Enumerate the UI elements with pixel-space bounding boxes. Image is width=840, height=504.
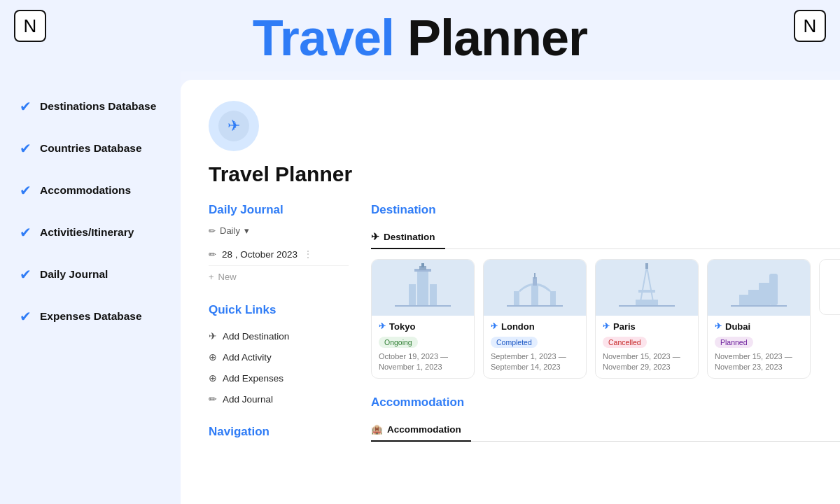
svg-rect-21 bbox=[759, 283, 770, 305]
content-area: ✈ Travel Planner Daily Journal ✏ Daily ▾… bbox=[181, 80, 840, 504]
quick-link-add-activity[interactable]: ⊕ Add Activity bbox=[209, 346, 349, 368]
sidebar-label-journal: Daily Journal bbox=[40, 268, 108, 281]
tokyo-card-name: ✈ Tokyo bbox=[379, 321, 467, 332]
plus-icon: + bbox=[209, 272, 214, 282]
london-card-body: ✈ London Completed September 1, 2023 — S… bbox=[484, 316, 586, 379]
page-main-title: Travel Planner bbox=[0, 13, 840, 63]
check-icon-expenses: ✔ bbox=[20, 308, 31, 325]
destination-cards: ✈ Tokyo Ongoing October 19, 2023 — Novem… bbox=[371, 259, 840, 379]
accommodation-tab-icon: 🏨 bbox=[371, 424, 383, 435]
paris-badge: Cancelled bbox=[603, 337, 647, 348]
svg-rect-22 bbox=[748, 290, 760, 305]
left-column: Daily Journal ✏ Daily ▾ ✏ 28 , October 2… bbox=[209, 203, 349, 451]
add-activity-label: Add Activity bbox=[223, 352, 272, 363]
add-expenses-label: Add Expenses bbox=[223, 373, 284, 384]
journal-link-icon: ✏ bbox=[209, 393, 217, 405]
london-dates: September 1, 2023 — September 14, 2023 bbox=[491, 351, 579, 373]
svg-rect-8 bbox=[395, 305, 451, 307]
destination-section-header: Destination bbox=[371, 203, 840, 217]
entry-edit-icon: ✏ bbox=[209, 249, 216, 260]
sidebar-item-activities[interactable]: ✔ Activities/Itinerary bbox=[14, 211, 181, 253]
new-journal-entry[interactable]: + New bbox=[209, 266, 349, 288]
quick-link-add-expenses[interactable]: ⊕ Add Expenses bbox=[209, 368, 349, 388]
destination-tab-bar: ✈ Destination bbox=[371, 225, 840, 249]
destination-card-tokyo[interactable]: ✈ Tokyo Ongoing October 19, 2023 — Novem… bbox=[371, 259, 475, 379]
journal-entry-date: 28 , October 2023 bbox=[222, 249, 298, 260]
page-icon: ✈ bbox=[209, 101, 259, 151]
paris-card-name: ✈ Paris bbox=[603, 321, 691, 332]
right-column: Destination ✈ Destination bbox=[371, 203, 840, 451]
destination-card-london[interactable]: ✈ London Completed September 1, 2023 — S… bbox=[483, 259, 587, 379]
tokyo-plane-icon: ✈ bbox=[379, 321, 386, 331]
filter-icon: ✏ bbox=[209, 226, 216, 236]
filter-label: Daily bbox=[220, 225, 240, 236]
quick-link-add-destination[interactable]: ✈ Add Destination bbox=[209, 326, 349, 346]
accommodation-section: Accommodation 🏨 Accommodation bbox=[371, 396, 840, 442]
london-card-image bbox=[484, 260, 586, 316]
destination-card-paris[interactable]: ✈ Paris Cancelled November 15, 2023 — No… bbox=[595, 259, 699, 379]
notion-logo-left: N bbox=[14, 10, 46, 42]
journal-filter[interactable]: ✏ Daily ▾ bbox=[209, 225, 349, 236]
svg-rect-11 bbox=[531, 284, 538, 305]
activity-link-icon: ⊕ bbox=[209, 351, 217, 363]
tokyo-dates: October 19, 2023 — November 1, 2023 bbox=[379, 351, 467, 373]
destination-section: Destination ✈ Destination bbox=[371, 203, 840, 379]
check-icon-journal: ✔ bbox=[20, 266, 31, 283]
dubai-card-body: ✈ Dubai Planned November 15, 2023 — Nove… bbox=[708, 316, 810, 379]
svg-rect-2 bbox=[417, 270, 428, 305]
check-icon-accommodations: ✔ bbox=[20, 182, 31, 199]
notion-n-left: N bbox=[24, 15, 37, 37]
title-blue: Travel bbox=[253, 10, 394, 66]
destination-link-icon: ✈ bbox=[209, 330, 217, 342]
destination-tab[interactable]: ✈ Destination bbox=[371, 225, 445, 249]
new-destination-card[interactable]: + + New bbox=[819, 259, 840, 315]
title-black-text: Planner bbox=[407, 10, 587, 66]
svg-rect-20 bbox=[769, 274, 778, 305]
tokyo-badge: Ongoing bbox=[379, 337, 418, 348]
sidebar-label-countries: Countries Database bbox=[40, 142, 142, 155]
add-destination-label: Add Destination bbox=[223, 331, 289, 342]
accommodation-tab[interactable]: 🏨 Accommodation bbox=[371, 418, 471, 442]
tokyo-card-body: ✈ Tokyo Ongoing October 19, 2023 — Novem… bbox=[372, 316, 474, 379]
quick-link-add-journal[interactable]: ✏ Add Journal bbox=[209, 388, 349, 410]
london-name-text: London bbox=[501, 321, 535, 332]
dubai-card-image bbox=[708, 260, 810, 316]
svg-rect-9 bbox=[514, 291, 519, 305]
page-title: Travel Planner bbox=[209, 162, 819, 186]
svg-rect-10 bbox=[550, 291, 556, 305]
svg-rect-4 bbox=[430, 284, 437, 305]
check-icon-activities: ✔ bbox=[20, 224, 31, 241]
journal-entry-item[interactable]: ✏ 28 , October 2023 ⋮ bbox=[209, 243, 349, 266]
main-layout: ✔ Destinations Database ✔ Countries Data… bbox=[0, 71, 840, 504]
svg-rect-24 bbox=[731, 305, 787, 307]
sidebar-label-expenses: Expenses Database bbox=[40, 310, 142, 323]
navigation-section: Navigation bbox=[209, 425, 349, 439]
paris-name-text: Paris bbox=[613, 321, 636, 332]
sidebar-item-destinations-database[interactable]: ✔ Destinations Database bbox=[14, 85, 181, 127]
new-label: New bbox=[218, 272, 237, 282]
svg-rect-7 bbox=[421, 263, 424, 267]
sidebar-item-expenses-database[interactable]: ✔ Expenses Database bbox=[14, 295, 181, 337]
svg-rect-16 bbox=[638, 290, 655, 293]
paris-card-image bbox=[596, 260, 698, 316]
two-col-layout: Daily Journal ✏ Daily ▾ ✏ 28 , October 2… bbox=[209, 203, 819, 451]
svg-text:✈: ✈ bbox=[227, 117, 240, 134]
london-badge: Completed bbox=[491, 337, 538, 348]
sidebar-item-countries-database[interactable]: ✔ Countries Database bbox=[14, 127, 181, 169]
sidebar-item-daily-journal[interactable]: ✔ Daily Journal bbox=[14, 253, 181, 295]
london-plane-icon: ✈ bbox=[491, 321, 498, 331]
notion-icon-right[interactable]: N bbox=[794, 10, 826, 42]
svg-rect-14 bbox=[507, 305, 563, 307]
destination-tab-icon: ✈ bbox=[371, 231, 379, 242]
notion-n-right: N bbox=[804, 15, 817, 37]
destination-card-dubai[interactable]: ✈ Dubai Planned November 15, 2023 — Nove… bbox=[707, 259, 811, 379]
notion-icon-left[interactable]: N bbox=[14, 10, 46, 42]
sidebar-item-accommodations[interactable]: ✔ Accommodations bbox=[14, 169, 181, 211]
dubai-plane-icon: ✈ bbox=[715, 321, 722, 331]
daily-journal-header: Daily Journal bbox=[209, 203, 349, 217]
quick-links-section: Quick Links ✈ Add Destination ⊕ Add Acti… bbox=[209, 303, 349, 410]
notion-logo-right: N bbox=[794, 10, 826, 42]
svg-rect-3 bbox=[409, 284, 416, 305]
sidebar-label-activities: Activities/Itinerary bbox=[40, 226, 134, 239]
paris-dates: November 15, 2023 — November 29, 2023 bbox=[603, 351, 691, 373]
